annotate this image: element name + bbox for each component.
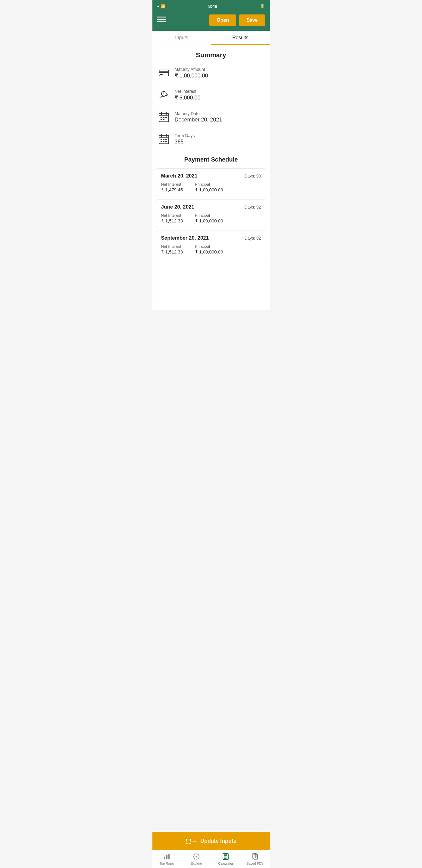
maturity-amount-label: Maturity Amount bbox=[175, 67, 208, 72]
calendar-icon bbox=[157, 110, 170, 124]
payment-card-1-days: Days: 90 bbox=[244, 174, 261, 179]
svg-rect-0 bbox=[157, 17, 166, 18]
battery-icon: 🔋 bbox=[260, 4, 265, 8]
top-bar: Open Save bbox=[153, 12, 270, 31]
svg-rect-10 bbox=[163, 117, 164, 118]
maturity-date-label: Maturity Date bbox=[175, 111, 222, 116]
payment-card-3-days: Days: 92 bbox=[244, 236, 261, 241]
payment-card-2: June 20, 2021 Days: 92 Net Interest ₹ 1,… bbox=[156, 199, 266, 228]
summary-maturity-date: Maturity Date December 20, 2021 bbox=[153, 106, 270, 128]
calendar2-icon bbox=[157, 132, 170, 146]
payment-card-3: September 20, 2021 Days: 92 Net Interest… bbox=[156, 230, 266, 259]
net-interest-value: ₹ 6,000.00 bbox=[175, 94, 201, 101]
wifi-icon: ● bbox=[157, 4, 160, 8]
status-bar: ● 📶 8:48 🔋 bbox=[153, 0, 270, 12]
payment-card-3-principal: Principal ₹ 1,00,000.00 bbox=[195, 244, 223, 255]
payment-card-1: March 20, 2021 Days: 90 Net Interest ₹ 1… bbox=[156, 168, 266, 197]
payment-card-2-days: Days: 92 bbox=[244, 205, 261, 210]
svg-rect-5 bbox=[160, 74, 163, 75]
payment-schedule-title: Payment Schedule bbox=[153, 150, 270, 166]
term-days-value: 365 bbox=[175, 138, 195, 145]
main-content: Summary Maturity Amount ₹ 1,00,000.00 ₹ bbox=[153, 45, 270, 310]
svg-rect-12 bbox=[161, 119, 162, 120]
hamburger-menu-icon[interactable] bbox=[157, 15, 166, 25]
svg-rect-9 bbox=[161, 117, 162, 118]
summary-net-interest: ₹ Net Interest ₹ 6,000.00 bbox=[153, 84, 270, 106]
status-left-icons: ● 📶 bbox=[157, 4, 166, 8]
svg-rect-15 bbox=[161, 139, 162, 140]
payment-card-1-header: March 20, 2021 Days: 90 bbox=[161, 173, 261, 179]
svg-rect-13 bbox=[163, 119, 164, 120]
payment-card-2-body: Net Interest ₹ 1,512.33 Principal ₹ 1,00… bbox=[161, 213, 261, 224]
svg-rect-17 bbox=[165, 139, 167, 140]
svg-rect-4 bbox=[159, 71, 169, 73]
svg-rect-11 bbox=[165, 117, 167, 118]
money-icon: ₹ bbox=[157, 88, 170, 101]
svg-rect-1 bbox=[157, 19, 166, 20]
summary-maturity-amount: Maturity Amount ₹ 1,00,000.00 bbox=[153, 62, 270, 84]
status-time: 8:48 bbox=[208, 4, 217, 9]
svg-rect-16 bbox=[163, 139, 164, 140]
signal-icon: 📶 bbox=[161, 4, 165, 8]
tab-inputs[interactable]: Inputs bbox=[153, 31, 211, 44]
payment-card-3-date: September 20, 2021 bbox=[161, 235, 209, 241]
tab-results[interactable]: Results bbox=[211, 31, 270, 44]
svg-rect-2 bbox=[157, 22, 166, 22]
open-button[interactable]: Open bbox=[209, 14, 236, 26]
top-bar-actions: Open Save bbox=[209, 14, 265, 26]
payment-card-3-net-interest: Net Interest ₹ 1,512.33 bbox=[161, 244, 183, 255]
svg-rect-18 bbox=[161, 141, 162, 142]
term-days-label: Term Days bbox=[175, 133, 195, 138]
payment-card-2-net-interest: Net Interest ₹ 1,512.33 bbox=[161, 213, 183, 224]
payment-card-1-date: March 20, 2021 bbox=[161, 173, 198, 179]
tabs-container: Inputs Results bbox=[153, 31, 270, 45]
payment-card-2-date: June 20, 2021 bbox=[161, 204, 195, 210]
svg-rect-20 bbox=[165, 141, 167, 142]
payment-card-1-body: Net Interest ₹ 1,479.45 Principal ₹ 1,00… bbox=[161, 182, 261, 193]
summary-term-days: Term Days 365 bbox=[153, 128, 270, 150]
summary-title: Summary bbox=[153, 45, 270, 62]
net-interest-label: Net Interest bbox=[175, 89, 201, 94]
status-right-icons: 🔋 bbox=[260, 4, 265, 8]
payment-card-1-principal: Principal ₹ 1,00,000.00 bbox=[195, 182, 223, 193]
payment-card-2-header: June 20, 2021 Days: 92 bbox=[161, 204, 261, 210]
payment-card-3-header: September 20, 2021 Days: 92 bbox=[161, 235, 261, 241]
svg-rect-19 bbox=[163, 141, 164, 142]
maturity-amount-value: ₹ 1,00,000.00 bbox=[175, 72, 208, 79]
maturity-date-value: December 20, 2021 bbox=[175, 117, 222, 123]
payment-card-3-body: Net Interest ₹ 1,512.33 Principal ₹ 1,00… bbox=[161, 244, 261, 255]
card-icon bbox=[157, 66, 170, 80]
save-button[interactable]: Save bbox=[239, 14, 265, 26]
svg-text:₹: ₹ bbox=[163, 92, 164, 96]
payment-card-1-net-interest: Net Interest ₹ 1,479.45 bbox=[161, 182, 183, 193]
payment-card-2-principal: Principal ₹ 1,00,000.00 bbox=[195, 213, 223, 224]
